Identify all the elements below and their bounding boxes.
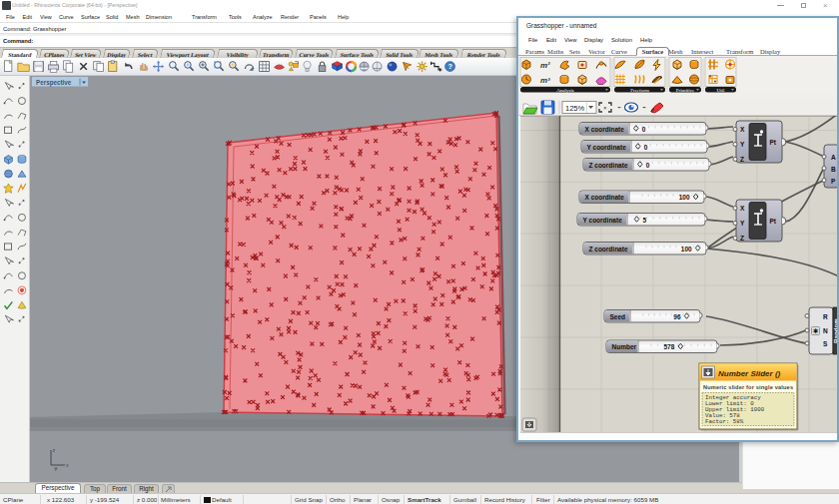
- svg-text:578: 578: [663, 343, 674, 350]
- svg-text:Z coordinate: Z coordinate: [589, 246, 628, 252]
- svg-text:×: ×: [603, 105, 607, 111]
- svg-text:P: P: [831, 178, 836, 185]
- svg-text:100: 100: [681, 246, 692, 252]
- svg-text:Pt: Pt: [770, 139, 777, 146]
- svg-text:Y: Y: [740, 141, 745, 148]
- svg-text:?: ?: [448, 62, 453, 71]
- svg-text:0: 0: [646, 162, 650, 169]
- svg-text:✱: ✱: [813, 327, 818, 334]
- svg-text:Util: Util: [717, 88, 725, 93]
- svg-text:Perspective: Perspective: [36, 79, 72, 87]
- svg-text:R: R: [823, 313, 828, 320]
- svg-text:Z: Z: [740, 235, 744, 242]
- svg-text:Number Slider (): Number Slider (): [718, 369, 781, 378]
- svg-text:5: 5: [642, 217, 646, 224]
- svg-text:Number: Number: [612, 343, 637, 350]
- svg-text:y: y: [55, 465, 58, 471]
- svg-text:125%: 125%: [565, 104, 585, 113]
- svg-text:X coordinate: X coordinate: [585, 126, 625, 133]
- svg-text:x: x: [66, 462, 69, 468]
- svg-text:Pt: Pt: [770, 218, 777, 225]
- svg-text:B: B: [831, 166, 836, 173]
- svg-text:100: 100: [679, 194, 690, 201]
- svg-text:0: 0: [642, 126, 646, 133]
- svg-text:Y: Y: [740, 220, 745, 227]
- svg-text:Y coordinate: Y coordinate: [583, 217, 623, 224]
- svg-text:S: S: [823, 340, 828, 347]
- svg-text:Y coordinate: Y coordinate: [587, 144, 627, 151]
- svg-text:Freeform: Freeform: [630, 88, 649, 93]
- svg-text:X coordinate: X coordinate: [585, 194, 625, 201]
- svg-text:Analysis: Analysis: [556, 88, 574, 93]
- svg-text:Numeric slider for single valu: Numeric slider for single values: [703, 384, 793, 390]
- svg-text:A: A: [831, 154, 836, 161]
- svg-text:0: 0: [644, 144, 648, 151]
- svg-text:Random: Random: [832, 318, 837, 343]
- svg-text:z: z: [53, 447, 56, 453]
- svg-text:Factor: 58%: Factor: 58%: [705, 418, 744, 425]
- svg-text:X: X: [740, 126, 745, 133]
- svg-text:N: N: [823, 327, 828, 334]
- svg-text:Z coordinate: Z coordinate: [589, 162, 628, 169]
- svg-text:Z: Z: [740, 156, 744, 163]
- svg-text:Seed: Seed: [610, 313, 626, 320]
- svg-text:96: 96: [673, 313, 681, 320]
- svg-text:Primitive: Primitive: [676, 88, 695, 93]
- svg-text:m²: m²: [540, 61, 550, 70]
- svg-text:m³: m³: [540, 76, 550, 85]
- svg-text:X: X: [740, 205, 745, 212]
